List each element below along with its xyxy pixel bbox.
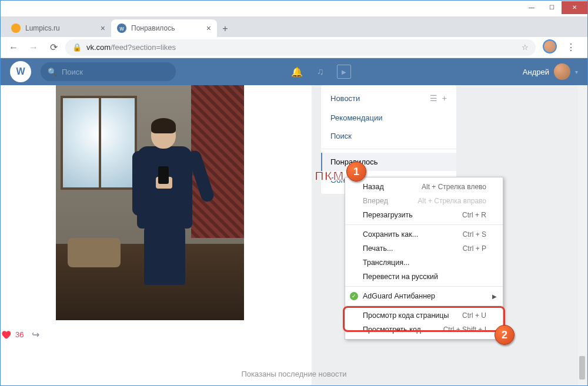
browser-tab-active[interactable]: w Понравилось × (111, 19, 217, 37)
chevron-down-icon: ▾ (575, 69, 578, 75)
profile-avatar-icon[interactable] (543, 39, 557, 53)
tab-close-icon[interactable]: × (101, 24, 105, 33)
browser-menu-button[interactable]: ⋮ (563, 39, 579, 56)
vertical-scrollbar[interactable] (578, 85, 586, 385)
sidebar-item-search[interactable]: Поиск (321, 127, 456, 145)
scrollbar-thumb[interactable] (579, 356, 585, 380)
new-tab-button[interactable]: + (217, 21, 233, 37)
ctx-shortcut: Ctrl + Shift + I (443, 325, 486, 334)
ctx-back[interactable]: Назад Alt + Стрелка влево (345, 180, 503, 194)
address-bar[interactable]: 🔒 vk.com/feed?section=likes ☆ (65, 39, 536, 56)
vk-header: W 🔍 Поиск 🔔 ♫ ▶ Андрей ▾ (1, 58, 587, 85)
ctx-label: Просмотр кода страницы (363, 311, 449, 320)
like-button[interactable]: 36 (1, 328, 24, 340)
window-titlebar: — ☐ ✕ (1, 1, 587, 17)
tab-title: Lumpics.ru (25, 24, 96, 32)
post-card: 36 ↪ (1, 85, 312, 385)
post-photo[interactable] (56, 85, 244, 320)
vk-search-input[interactable]: 🔍 Поиск (41, 62, 176, 81)
ctx-adguard[interactable]: ✓ AdGuard Антибаннер ▶ (345, 289, 503, 303)
plus-icon[interactable]: + (442, 93, 447, 103)
feed-footer-message: Показаны последние новости (1, 370, 587, 378)
chevron-right-icon: ▶ (492, 293, 497, 300)
ctx-shortcut: Alt + Стрелка влево (422, 183, 486, 191)
tab-favicon (11, 24, 21, 33)
sidebar-item-recommendations[interactable]: Рекомендации (321, 109, 456, 127)
vk-username: Андрей (523, 68, 549, 76)
window-close-button[interactable]: ✕ (562, 1, 587, 14)
ctx-forward: Вперед Alt + Стрелка вправо (345, 194, 503, 208)
ctx-inspect[interactable]: Просмотреть код Ctrl + Shift + I (345, 323, 503, 337)
ctx-label: Перевести на русский (363, 273, 438, 281)
ctx-label: Назад (363, 183, 384, 191)
tab-title: Понравилось (131, 24, 202, 32)
like-count: 36 (15, 330, 24, 339)
ctx-label: Печать... (363, 244, 393, 253)
ctx-shortcut: Ctrl + R (462, 211, 486, 219)
vk-logo[interactable]: W (10, 61, 31, 82)
nav-forward-button[interactable]: → (25, 39, 42, 56)
notifications-icon[interactable]: 🔔 (290, 65, 304, 79)
annotation-callout-1: 1 (346, 162, 366, 182)
browser-tabstrip: Lumpics.ru × w Понравилось × + (1, 17, 587, 37)
ctx-print[interactable]: Печать... Ctrl + P (345, 241, 503, 256)
ctx-save-as[interactable]: Сохранить как... Ctrl + S (345, 227, 503, 241)
divider (345, 286, 503, 287)
ctx-label: Вперед (363, 197, 388, 205)
divider (345, 306, 503, 306)
avatar (554, 63, 570, 80)
url-path: /feed?section=likes (111, 43, 176, 52)
annotation-callout-2: 2 (495, 325, 514, 345)
adguard-icon: ✓ (350, 292, 358, 300)
ctx-translate[interactable]: Перевести на русский (345, 270, 503, 284)
filter-icon[interactable]: ☰ (430, 93, 437, 103)
search-placeholder: Поиск (62, 68, 83, 76)
ctx-shortcut: Ctrl + S (463, 230, 486, 239)
window-maximize-button[interactable]: ☐ (542, 1, 562, 14)
divider (345, 224, 503, 225)
ctx-label: Сохранить как... (363, 230, 418, 239)
tab-favicon: w (117, 24, 126, 33)
vk-user-menu[interactable]: Андрей ▾ (523, 63, 578, 80)
bookmark-star-icon[interactable]: ☆ (522, 43, 529, 52)
url-host: vk.com (86, 43, 111, 52)
ctx-shortcut: Ctrl + P (463, 244, 486, 253)
nav-reload-button[interactable]: ⟳ (45, 39, 62, 56)
browser-tab[interactable]: Lumpics.ru × (5, 19, 111, 37)
play-icon[interactable]: ▶ (337, 65, 351, 79)
sidebar-title[interactable]: Новости (330, 94, 425, 103)
ctx-label: Просмотреть код (363, 325, 421, 334)
browser-toolbar: ← → ⟳ 🔒 vk.com/feed?section=likes ☆ ⋮ (1, 37, 587, 58)
music-icon[interactable]: ♫ (313, 65, 328, 79)
ctx-label: AdGuard Антибаннер (363, 292, 435, 300)
ctx-reload[interactable]: Перезагрузить Ctrl + R (345, 208, 503, 222)
share-button[interactable]: ↪ (32, 329, 39, 340)
lock-icon: 🔒 (72, 43, 82, 52)
annotation-pkm-label: ПКМ (315, 169, 345, 184)
ctx-cast[interactable]: Трансляция... (345, 256, 503, 270)
divider (321, 149, 456, 149)
search-icon: 🔍 (48, 68, 57, 76)
ctx-label: Перезагрузить (363, 211, 413, 219)
nav-back-button[interactable]: ← (5, 39, 22, 56)
ctx-view-source[interactable]: Просмотр кода страницы Ctrl + U (345, 308, 503, 323)
context-menu: Назад Alt + Стрелка влево Вперед Alt + С… (345, 177, 503, 340)
ctx-shortcut: Ctrl + U (462, 311, 486, 320)
ctx-label: Трансляция... (363, 259, 409, 267)
window-minimize-button[interactable]: — (522, 1, 542, 14)
ctx-shortcut: Alt + Стрелка вправо (418, 197, 486, 205)
heart-icon (1, 328, 12, 340)
tab-close-icon[interactable]: × (206, 24, 211, 33)
